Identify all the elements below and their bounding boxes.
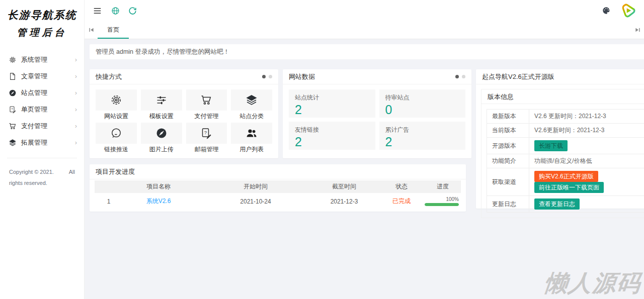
compass-icon	[9, 89, 17, 97]
page-edit-icon: ?	[200, 127, 212, 139]
progress-percent-label: 100%	[425, 196, 459, 202]
col-header-start: 开始时间	[201, 180, 310, 193]
sidebar-item-label: 单页管理	[21, 105, 75, 114]
col-header-index	[95, 180, 116, 193]
progress-cell: 100%	[425, 196, 461, 206]
sidebar-item-payment[interactable]: 支付管理 ›	[0, 118, 84, 134]
col-header-end: 截至时间	[310, 180, 378, 193]
chevron-right-icon: ›	[75, 72, 77, 80]
tab-scroll-left-icon[interactable]	[85, 21, 98, 39]
gear-icon	[110, 94, 122, 106]
site-stats-panel: 网站数据 站点统计 2	[283, 69, 471, 158]
stat-label: 累计广告	[385, 126, 460, 134]
user-avatar[interactable]	[620, 2, 637, 19]
stat-label: 待审站点	[385, 93, 460, 102]
compass-icon	[155, 127, 168, 139]
version-info-card-title: 版本信息	[481, 89, 644, 104]
shortcut-payment[interactable]: 支付管理	[186, 89, 227, 122]
main-area: 首页 管理员 admin 登录成功，尽情管理您的网站吧！ 快捷方式	[85, 0, 644, 299]
col-header-name: 项目名称	[116, 180, 201, 193]
table-row: 最新版本 V2.6 更新时间：2021-12-3	[487, 110, 644, 124]
project-table: 项目名称 开始时间 截至时间 状态 进度 1	[95, 180, 461, 210]
table-row: 1 系统V2.6 2021-10-24 2021-12-3 已完成 100%	[95, 193, 461, 210]
cart-icon	[200, 94, 212, 106]
shortcut-image-upload[interactable]: 图片上传	[141, 123, 182, 155]
download-button[interactable]: 长游下载	[534, 140, 568, 151]
version-row-value: 功能强/自定义/价格低	[529, 154, 644, 168]
progress-bar-fill	[425, 203, 459, 206]
version-row-value: V2.6 更新时间：2021-12-3	[529, 110, 644, 124]
shortcut-label: 图片上传	[141, 144, 182, 155]
carousel-dots	[455, 75, 465, 78]
stat-label: 站点统计	[295, 93, 369, 102]
shortcut-template-settings[interactable]: 模板设置	[141, 89, 182, 122]
shortcut-site-categories[interactable]: 站点分类	[231, 89, 272, 122]
shortcut-site-settings[interactable]: 网站设置	[96, 89, 137, 122]
carousel-dot-active[interactable]	[455, 75, 459, 78]
refresh-icon[interactable]	[125, 3, 140, 18]
sidebar-item-articles[interactable]: 文章管理 ›	[0, 68, 84, 84]
content-area: 管理员 admin 登录成功，尽情管理您的网站吧！ 快捷方式	[85, 39, 644, 299]
globe-icon[interactable]	[108, 3, 123, 18]
cart-icon	[9, 122, 17, 130]
progress-bar	[425, 203, 459, 206]
col-header-status: 状态	[378, 180, 425, 193]
row-index: 1	[95, 193, 116, 210]
table-row: 功能简介 功能强/自定义/价格低	[487, 154, 644, 168]
project-start-date: 2021-10-24	[201, 193, 310, 210]
sliders-icon	[155, 94, 168, 106]
logo-line-1: 长游导航系统	[0, 8, 84, 22]
copyright-text: All	[69, 166, 75, 177]
top-bar	[85, 0, 644, 21]
tab-scroll-right-icon[interactable]	[631, 21, 644, 39]
shortcut-label: 模板设置	[141, 111, 182, 122]
shortcut-label: 网站设置	[96, 111, 137, 122]
shortcut-user-list[interactable]: 用户列表	[231, 123, 272, 155]
carousel-dot[interactable]	[269, 75, 272, 78]
layers-icon	[9, 139, 17, 147]
carousel-dots	[262, 75, 272, 78]
version-row-label: 获取渠道	[487, 168, 529, 196]
sidebar-item-sites[interactable]: 站点管理 ›	[0, 84, 84, 101]
watermark-text: 懒人源码	[543, 268, 643, 299]
shortcut-label: 邮箱管理	[186, 144, 227, 155]
sidebar-menu: 系统管理 › 文章管理 › 站点管理 ›	[0, 51, 84, 151]
sidebar-item-extensions[interactable]: 拓展管理 ›	[0, 134, 84, 151]
project-name-link[interactable]: 系统V2.6	[146, 197, 171, 205]
project-end-date: 2021-12-3	[310, 193, 378, 210]
version-panel: 起点导航V2.6正式开源版 版本信息 最新版本 V2.6 更新时间：2021-1…	[476, 69, 644, 209]
official-download-button[interactable]: 前往正版唯一下载页面	[534, 182, 604, 193]
version-row-label: 开源版本	[487, 138, 529, 154]
sidebar-item-pages[interactable]: ? 单页管理 ›	[0, 101, 84, 118]
sidebar-item-label: 文章管理	[21, 72, 75, 81]
carousel-dot[interactable]	[462, 75, 465, 78]
table-row: 当前版本 V2.6更新时间：2021-12-3	[487, 124, 644, 138]
stat-card-friend-links[interactable]: 友情链接 2	[289, 122, 375, 150]
sidebar: 长游导航系统 管理后台 系统管理 › 文章管理 ›	[0, 0, 85, 299]
hamburger-menu-icon[interactable]	[90, 3, 105, 18]
chevron-right-icon: ›	[75, 106, 77, 113]
shortcut-label: 用户列表	[231, 144, 272, 155]
svg-text:?: ?	[11, 108, 13, 111]
logo-line-2: 管理后台	[0, 26, 84, 39]
buy-button[interactable]: 购买V2.6正式开源版	[534, 171, 598, 182]
shortcut-link-push[interactable]: 链接推送	[96, 123, 137, 155]
sidebar-item-system[interactable]: 系统管理 ›	[0, 51, 84, 68]
tab-home[interactable]: 首页	[98, 21, 129, 39]
status-badge: 已完成	[392, 197, 411, 205]
carousel-dot-active[interactable]	[262, 75, 266, 78]
shortcut-mailbox[interactable]: ? 邮箱管理	[186, 123, 227, 155]
chat-icon	[110, 127, 122, 139]
shortcuts-panel-title: 快捷方式	[96, 69, 122, 84]
stat-card-site-count[interactable]: 站点统计 2	[289, 89, 375, 118]
stat-card-pending-sites[interactable]: 待审站点 0	[379, 89, 466, 118]
chevron-right-icon: ›	[75, 122, 77, 130]
shortcut-label: 支付管理	[186, 111, 227, 122]
theme-palette-icon[interactable]	[599, 3, 614, 18]
page-edit-icon: ?	[9, 106, 17, 114]
chevron-right-icon: ›	[75, 89, 77, 96]
shortcut-label: 链接推送	[96, 144, 137, 155]
stat-card-total-ads[interactable]: 累计广告 2	[379, 122, 466, 150]
project-progress-panel: 项目开发进度 项目名称 开始时间 截至时间	[90, 164, 466, 212]
changelog-button[interactable]: 查看更新日志	[534, 198, 580, 210]
